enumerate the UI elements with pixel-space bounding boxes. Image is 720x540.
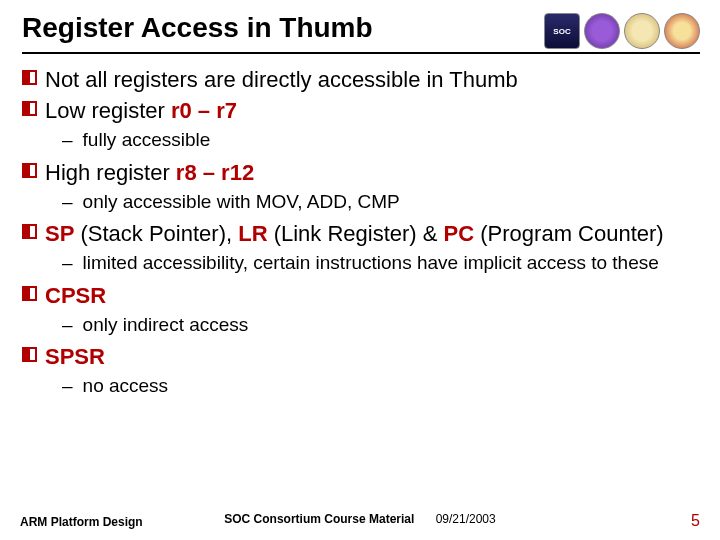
sub-text: limited accessibility, certain instructi…: [83, 251, 659, 275]
sub-bullet-fully-accessible: – fully accessible: [62, 128, 700, 152]
bullet-text: High register r8 – r12: [45, 159, 700, 187]
square-bullet-icon: [22, 163, 37, 178]
dash-icon: –: [62, 128, 73, 152]
title-underline: [22, 52, 700, 54]
crest-purple-icon: [584, 13, 620, 49]
slide: Register Access in Thumb SOC Not all reg…: [0, 0, 720, 540]
footer: ARM Platform Design SOC Consortium Cours…: [20, 512, 700, 530]
bullet-spsr: SPSR: [22, 343, 700, 371]
logo-group: SOC: [544, 13, 700, 49]
crest-gold-icon: [624, 13, 660, 49]
sub-text: only indirect access: [83, 313, 249, 337]
bullet-cpsr: CPSR: [22, 282, 700, 310]
range-r8-r12: r8 – r12: [176, 160, 254, 185]
sub-text: no access: [83, 374, 169, 398]
dash-icon: –: [62, 251, 73, 275]
lr-label: LR: [238, 221, 267, 246]
dash-icon: –: [62, 190, 73, 214]
square-bullet-icon: [22, 347, 37, 362]
content-area: Not all registers are directly accessibl…: [22, 66, 700, 399]
square-bullet-icon: [22, 70, 37, 85]
bullet-low-register: Low register r0 – r7: [22, 97, 700, 125]
dash-icon: –: [62, 313, 73, 337]
sub-bullet-mov-add-cmp: – only accessible with MOV, ADD, CMP: [62, 190, 700, 214]
bullet-text: SP (Stack Pointer), LR (Link Register) &…: [45, 220, 700, 248]
sub-bullet-limited-access: – limited accessibility, certain instruc…: [62, 251, 700, 275]
slide-title: Register Access in Thumb: [22, 12, 373, 50]
bullet-text: Low register r0 – r7: [45, 97, 700, 125]
sp-label: SP: [45, 221, 74, 246]
spsr-label: SPSR: [45, 343, 700, 371]
page-number: 5: [691, 512, 700, 530]
sub-text: fully accessible: [83, 128, 211, 152]
sub-text: only accessible with MOV, ADD, CMP: [83, 190, 400, 214]
dash-icon: –: [62, 374, 73, 398]
bullet-sp-lr-pc: SP (Stack Pointer), LR (Link Register) &…: [22, 220, 700, 248]
cpsr-label: CPSR: [45, 282, 700, 310]
crest-red-icon: [664, 13, 700, 49]
footer-date: 09/21/2003: [436, 512, 496, 526]
footer-center: SOC Consortium Course Material 09/21/200…: [224, 512, 495, 526]
square-bullet-icon: [22, 286, 37, 301]
sub-bullet-indirect-access: – only indirect access: [62, 313, 700, 337]
sub-bullet-no-access: – no access: [62, 374, 700, 398]
square-bullet-icon: [22, 101, 37, 116]
square-bullet-icon: [22, 224, 37, 239]
title-row: Register Access in Thumb SOC: [22, 12, 700, 50]
bullet-not-all: Not all registers are directly accessibl…: [22, 66, 700, 94]
bullet-text: Not all registers are directly accessibl…: [45, 66, 700, 94]
footer-left: ARM Platform Design: [20, 515, 143, 529]
bullet-high-register: High register r8 – r12: [22, 159, 700, 187]
range-r0-r7: r0 – r7: [171, 98, 237, 123]
soc-logo-icon: SOC: [544, 13, 580, 49]
pc-label: PC: [444, 221, 475, 246]
